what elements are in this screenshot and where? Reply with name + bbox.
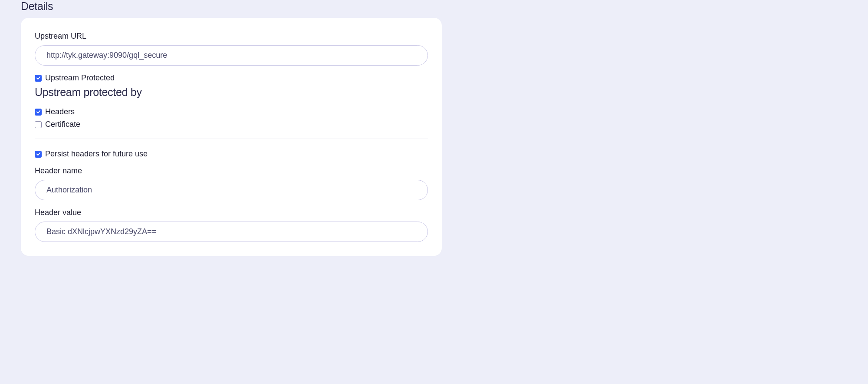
divider: [35, 139, 428, 139]
persist-headers-label[interactable]: Persist headers for future use: [45, 149, 148, 159]
header-name-input[interactable]: [35, 180, 428, 200]
upstream-url-label: Upstream URL: [35, 32, 428, 41]
headers-checkbox[interactable]: [35, 109, 42, 116]
checkmark-icon: [36, 76, 41, 80]
persist-headers-checkbox[interactable]: [35, 151, 42, 158]
persist-headers-row: Persist headers for future use: [35, 149, 428, 159]
checkmark-icon: [36, 152, 41, 156]
header-name-label: Header name: [35, 166, 428, 175]
certificate-label[interactable]: Certificate: [45, 120, 80, 129]
section-title: Details: [21, 0, 847, 13]
details-card: Upstream URL Upstream Protected Upstream…: [21, 18, 442, 256]
upstream-protected-checkbox[interactable]: [35, 75, 42, 82]
header-value-group: Header value: [35, 208, 428, 242]
header-name-group: Header name: [35, 166, 428, 200]
certificate-checkbox[interactable]: [35, 121, 42, 128]
upstream-url-input[interactable]: [35, 45, 428, 66]
upstream-protected-row: Upstream Protected: [35, 73, 428, 83]
upstream-url-group: Upstream URL: [35, 32, 428, 66]
header-value-input[interactable]: [35, 222, 428, 242]
upstream-protected-label[interactable]: Upstream Protected: [45, 73, 115, 83]
header-value-label: Header value: [35, 208, 428, 217]
headers-row: Headers: [35, 107, 428, 116]
checkmark-icon: [36, 109, 41, 114]
protected-by-title: Upstream protected by: [35, 86, 428, 99]
certificate-row: Certificate: [35, 120, 428, 129]
headers-label[interactable]: Headers: [45, 107, 75, 116]
